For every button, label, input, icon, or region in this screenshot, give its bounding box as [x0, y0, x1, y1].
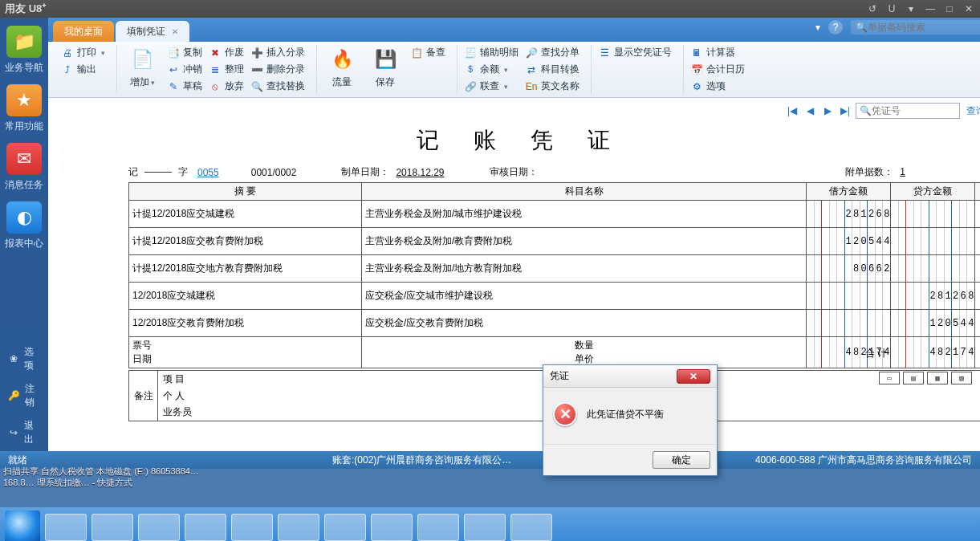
- cell-credit[interactable]: 120544: [891, 310, 975, 337]
- footer-icon-4[interactable]: ▧: [951, 372, 972, 384]
- calendar-button[interactable]: 📅会计日历: [689, 62, 746, 77]
- tab-0[interactable]: 我的桌面: [53, 21, 114, 42]
- task-app[interactable]: [510, 514, 552, 541]
- find-split-button[interactable]: 🔎查找分单: [523, 45, 581, 60]
- english-name-button[interactable]: En英文名称: [523, 79, 581, 94]
- grid-row[interactable]: 12/2018应交城建税 应交税金/应交城市维护建设税 281268: [129, 283, 981, 310]
- grid-row[interactable]: 12/2018应交教育费附加税 应交税金/应交教育费附加税 120544: [129, 310, 981, 337]
- grid-row[interactable]: 计提12/2018应交教育费附加税 主营业务税金及附加/教育费附加税 12054…: [129, 228, 981, 255]
- sys-nav-0[interactable]: ❀选项: [0, 340, 48, 377]
- cell-summary[interactable]: 12/2018应交城建税: [129, 283, 362, 310]
- find-replace-button[interactable]: 🔍查找替换: [249, 79, 307, 94]
- cell-subject[interactable]: 主营业务税金及附加/地方教育附加税: [362, 255, 807, 283]
- save-button[interactable]: 💾保存: [365, 45, 405, 89]
- flow-button[interactable]: 🔥流量: [322, 45, 362, 89]
- close-icon[interactable]: ✕: [962, 3, 975, 14]
- print-button[interactable]: 🖨打印: [59, 45, 107, 60]
- grid-row[interactable]: 计提12/2018应交城建税 主营业务税金及附加/城市维护建设税 281268: [129, 201, 981, 228]
- task-app[interactable]: [185, 514, 226, 541]
- footer-icon-2[interactable]: ▤: [903, 372, 924, 384]
- calculator-button[interactable]: 🖩计算器: [689, 45, 746, 60]
- add-button[interactable]: 📄增加: [122, 45, 162, 89]
- cell-summary[interactable]: 12/2018应交教育费附加税: [129, 310, 362, 337]
- cell-credit[interactable]: [891, 201, 975, 228]
- cell-summary[interactable]: 计提12/2018应交教育费附加税: [129, 228, 362, 255]
- task-app[interactable]: [91, 514, 133, 541]
- cell-subject[interactable]: 应交税金/应交城市维护建设税: [362, 283, 807, 310]
- cell-debit[interactable]: 281268: [807, 201, 891, 228]
- maximize-icon[interactable]: □: [943, 3, 956, 14]
- left-nav-1[interactable]: ★常用功能: [0, 84, 48, 133]
- barcode-search-input[interactable]: [868, 22, 972, 33]
- footer-icon-3[interactable]: ▦: [927, 372, 948, 384]
- left-nav-2[interactable]: ✉消息任务: [0, 143, 48, 192]
- link-query-button[interactable]: 🔗联查: [462, 79, 520, 94]
- cell-debit[interactable]: [807, 310, 891, 337]
- cell-debit[interactable]: 80662: [807, 255, 891, 283]
- attach-count[interactable]: 1: [893, 166, 912, 177]
- task-app[interactable]: [324, 514, 366, 541]
- last-button[interactable]: ▶|: [838, 104, 852, 118]
- subject-convert-button[interactable]: ⇄科目转换: [523, 62, 581, 77]
- task-app[interactable]: [45, 514, 87, 541]
- task-app[interactable]: [371, 514, 413, 541]
- dialog-ok-button[interactable]: 确定: [653, 451, 710, 469]
- help-icon[interactable]: ?: [828, 20, 843, 35]
- options-button[interactable]: ⚙选项: [689, 79, 746, 94]
- task-app[interactable]: [417, 514, 459, 541]
- dialog-close-icon[interactable]: ✕: [677, 369, 710, 384]
- windows-taskbar[interactable]: [0, 507, 980, 541]
- copy-button[interactable]: 📑复制: [165, 45, 204, 60]
- minimize-icon[interactable]: —: [924, 3, 937, 14]
- voucher-no-input[interactable]: [872, 105, 949, 116]
- cell-debit[interactable]: 120544: [807, 228, 891, 255]
- left-nav-0[interactable]: 📁业务导航: [0, 26, 48, 75]
- task-app[interactable]: [231, 514, 273, 541]
- cell-subject[interactable]: 主营业务税金及附加/城市维护建设税: [362, 201, 807, 228]
- sys-nav-2[interactable]: ↪退出: [0, 414, 48, 451]
- check-button[interactable]: 📋备查: [409, 45, 447, 60]
- sys-nav-1[interactable]: 🔑注销: [0, 377, 48, 414]
- left-nav-3[interactable]: ◐报表中心: [0, 201, 48, 250]
- start-button[interactable]: [5, 510, 40, 541]
- void-button[interactable]: ✖作废: [207, 45, 246, 60]
- output-button[interactable]: ⤴输出: [59, 62, 107, 77]
- grid-row[interactable]: 计提12/2018应交地方教育费附加税 主营业务税金及附加/地方教育附加税 80…: [129, 255, 981, 283]
- footer-icon-1[interactable]: ▭: [879, 372, 900, 384]
- draft-button[interactable]: ✎草稿: [165, 79, 204, 94]
- cell-subject[interactable]: 主营业务税金及附加/教育费附加税: [362, 228, 807, 255]
- cell-credit[interactable]: [891, 228, 975, 255]
- first-button[interactable]: |◀: [785, 104, 799, 118]
- make-date[interactable]: 2018.12.29: [396, 167, 444, 178]
- flush-button[interactable]: ↩冲销: [165, 62, 204, 77]
- tab-close-icon[interactable]: ✕: [172, 27, 178, 36]
- delete-entry-button[interactable]: ➖删除分录: [249, 62, 307, 77]
- next-button[interactable]: ▶: [820, 104, 835, 118]
- cell-credit[interactable]: 281268: [891, 283, 975, 310]
- balance-button[interactable]: ＄余额: [462, 62, 520, 77]
- tab-1[interactable]: 填制凭证✕: [116, 21, 189, 42]
- sum-credit: 482174: [891, 337, 975, 368]
- cell-subject[interactable]: 应交税金/应交教育费附加税: [362, 310, 807, 337]
- tidy-button[interactable]: ≣整理: [207, 62, 246, 77]
- tab-dropdown-icon[interactable]: ▾: [815, 22, 820, 33]
- task-app[interactable]: [278, 514, 319, 541]
- abandon-button[interactable]: ⦸放弃: [207, 79, 246, 94]
- insert-entry-button[interactable]: ➕插入分录: [249, 45, 307, 60]
- query-link[interactable]: 查询: [966, 104, 980, 118]
- cell-credit[interactable]: [891, 255, 975, 283]
- prev-button[interactable]: ◀: [803, 104, 817, 118]
- task-app[interactable]: [464, 514, 506, 541]
- cell-debit[interactable]: [807, 283, 891, 310]
- cell-summary[interactable]: 计提12/2018应交地方教育费附加税: [129, 255, 362, 283]
- voucher-no-box[interactable]: 🔍: [856, 103, 960, 119]
- aux-detail-button[interactable]: 🧾辅助明细: [462, 45, 520, 60]
- undo-icon[interactable]: ↺: [866, 3, 879, 14]
- voucher-seq[interactable]: 0055: [194, 167, 222, 178]
- dropdown-icon[interactable]: ▾: [905, 3, 917, 14]
- task-app[interactable]: [138, 514, 180, 541]
- cell-summary[interactable]: 计提12/2018应交城建税: [129, 201, 362, 228]
- barcode-search[interactable]: 🔍: [851, 20, 980, 35]
- u-icon[interactable]: U: [885, 3, 898, 14]
- show-empty-button[interactable]: ☰显示空凭证号: [596, 45, 673, 60]
